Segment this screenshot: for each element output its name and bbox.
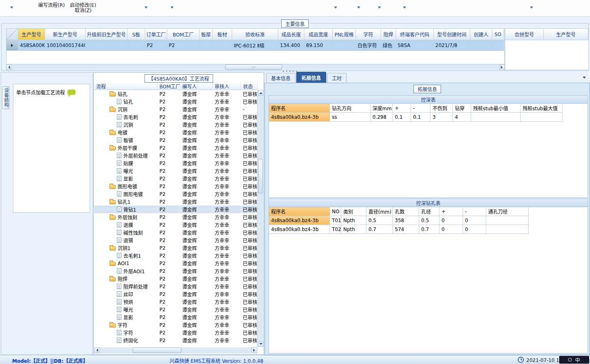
- process-vertical-scrollbar[interactable]: [257, 90, 263, 347]
- process-tree-row[interactable]: 显影 P2 谭金辉 方幸幸 已审核: [94, 175, 257, 182]
- process-tree-row[interactable]: 外层干膜 P2 谭金辉 方幸幸 已审核: [94, 144, 257, 152]
- process-tree-row[interactable]: 字符 P2 谭金辉 方幸幸 已审核: [94, 321, 257, 329]
- column-header[interactable]: -: [411, 104, 431, 113]
- column-header[interactable]: 残桩stub最大值: [521, 104, 562, 113]
- process-tree-row[interactable]: 去毛刺 P2 谭金辉 方幸幸 已审核: [94, 113, 257, 121]
- dropdown-caret-icon[interactable]: [170, 6, 174, 10]
- table-row[interactable]: 4s8sa00ka0.bz4-3b ss 0.298 0.1 0.1 3 4: [269, 113, 588, 122]
- column-header[interactable]: SO: [492, 29, 504, 40]
- column-header[interactable]: 阻焊: [381, 29, 396, 40]
- process-tree-row[interactable]: 阻焊前处理 P2 谭金辉 方幸幸 已审核: [94, 283, 257, 290]
- process-tree-row[interactable]: 钻孔1 P2 谭金辉 方幸幸 已审核: [94, 198, 257, 206]
- scroll-up-button[interactable]: [258, 90, 263, 96]
- column-header[interactable]: 深度mm: [370, 104, 393, 113]
- process-tree-row[interactable]: 钻孔 P2 谭金辉 方幸幸 已审核: [94, 90, 257, 98]
- main-info-data-row[interactable]: 4S8SA00KA0 10010400174405 P2 P2 IPC-6012…: [6, 40, 504, 51]
- column-header[interactable]: 钻孔方向: [330, 104, 370, 113]
- process-tree-row[interactable]: 字符 P2 谭金辉 方幸幸 已审核: [94, 329, 257, 336]
- process-tree-row[interactable]: 退膜 P2 谭金辉 方幸幸 已审核: [94, 221, 257, 229]
- column-header[interactable]: PNL规格: [333, 29, 356, 40]
- column-header[interactable]: 流程: [94, 83, 157, 90]
- scrollbar-thumb[interactable]: [258, 159, 263, 193]
- process-tree-row[interactable]: 图形电镀 P2 谭金辉 方幸幸 已审核: [94, 182, 257, 190]
- tab-basic-info[interactable]: 基本信息: [266, 73, 295, 83]
- column-header[interactable]: 板材: [213, 29, 232, 40]
- column-header[interactable]: 类别: [341, 207, 366, 216]
- column-header[interactable]: 板厚: [200, 29, 213, 40]
- process-tree-row[interactable]: 碱性蚀刻 P2 谭金辉 方幸幸 已审核: [94, 229, 257, 236]
- process-tree-row[interactable]: 电镀 P2 谭金辉 方幸幸 已审核: [94, 128, 257, 136]
- process-tree-row[interactable]: 外层前处理 P2 谭金辉 方幸幸 已审核: [94, 152, 257, 159]
- column-header[interactable]: 生产型号: [18, 29, 45, 40]
- scroll-right-button[interactable]: [252, 347, 257, 353]
- column-header[interactable]: 编写人: [180, 83, 213, 90]
- column-header[interactable]: 订单工厂: [145, 29, 167, 40]
- column-header[interactable]: 状态: [241, 83, 258, 90]
- row-selector-cell[interactable]: [6, 40, 18, 51]
- dropdown-caret-icon[interactable]: [357, 6, 360, 10]
- process-tree-row[interactable]: 预烘 P2 谭金辉 方幸幸 已审核: [94, 298, 257, 306]
- splitter-handle[interactable]: [283, 71, 297, 72]
- process-tree-row[interactable]: 显影 P2 谭金辉 方幸幸 已审核: [94, 313, 257, 321]
- column-header[interactable]: 直径(mm): [366, 207, 393, 216]
- process-tree-row[interactable]: 曝光 P2 谭金辉 方幸幸 已审核: [94, 306, 257, 313]
- column-header[interactable]: -: [463, 207, 486, 216]
- column-header[interactable]: 终端客户代码: [396, 29, 434, 40]
- column-header[interactable]: BOM工厂: [157, 83, 180, 90]
- column-header[interactable]: 合拼型号: [505, 29, 544, 40]
- ime-indicator[interactable]: 中: [559, 356, 589, 364]
- column-header[interactable]: 生产型号: [544, 29, 588, 40]
- column-header[interactable]: +: [439, 207, 463, 216]
- process-tree-row[interactable]: 板镀 P2 谭金辉 方幸幸 已审核: [94, 136, 257, 144]
- process-tree-row[interactable]: 阻焊 P2 谭金辉 方幸幸 已审核: [94, 275, 257, 283]
- process-tree-row[interactable]: 钻孔 P2 谭金辉 方幸幸 已审核: [94, 98, 257, 105]
- column-header[interactable]: 成品长度: [278, 29, 304, 40]
- column-header[interactable]: 审核人: [213, 83, 241, 90]
- process-tree-row[interactable]: 背钻1 P2 谭金辉 方幸幸 已审核: [94, 206, 257, 213]
- process-tree-row[interactable]: 丝印 P2 谭金辉 方幸幸 已审核: [94, 290, 257, 298]
- column-header[interactable]: 新生产型号: [45, 29, 86, 40]
- scrollbar-thumb[interactable]: [133, 347, 181, 353]
- process-tree-row[interactable]: 图形电镀 P2 谭金辉 方幸幸 已审核: [94, 190, 257, 198]
- dropdown-caret-icon[interactable]: [530, 6, 533, 10]
- tab-extended-info[interactable]: 拓展信息: [296, 72, 326, 83]
- column-header[interactable]: 创建人: [470, 29, 492, 40]
- scroll-right-button[interactable]: [499, 64, 505, 70]
- column-header[interactable]: 通孔刀径: [486, 207, 529, 216]
- dropdown-caret-icon[interactable]: [403, 6, 406, 10]
- column-header[interactable]: +: [393, 104, 411, 113]
- column-header[interactable]: 程序名: [269, 104, 330, 113]
- process-tree-row[interactable]: 曝光 P2 谭金辉 方幸幸 已审核: [94, 167, 257, 175]
- tab-work-hours[interactable]: 工时: [327, 73, 347, 83]
- column-header[interactable]: 程序名: [269, 207, 330, 216]
- dropdown-caret-icon[interactable]: [10, 6, 13, 10]
- scroll-left-button[interactable]: [94, 347, 100, 353]
- column-header[interactable]: 验收标准: [232, 29, 278, 40]
- column-header[interactable]: S板: [127, 29, 145, 40]
- column-header[interactable]: 型号创建时间: [434, 29, 470, 40]
- dropdown-caret-icon[interactable]: [334, 6, 337, 10]
- process-tree-row[interactable]: 外层AOI1 P2 谭金辉 方幸幸 已审核: [94, 267, 257, 275]
- cancel-button[interactable]: 取消(Z): [75, 6, 92, 13]
- column-header[interactable]: BOM工厂: [167, 29, 200, 40]
- main-info-horizontal-scrollbar[interactable]: [6, 64, 505, 70]
- scrollbar-thumb[interactable]: [225, 64, 282, 70]
- column-header[interactable]: NO: [330, 207, 341, 216]
- process-tree-row[interactable]: 外层蚀刻 P2 谭金辉 方幸幸 已审核: [94, 213, 257, 221]
- process-tree-row[interactable]: 终固化 P2 谭金辉 方幸幸 已审核: [94, 336, 257, 344]
- column-header[interactable]: 钻穿: [453, 104, 471, 113]
- edit-flow-button[interactable]: 编写流程(R): [38, 1, 65, 8]
- scroll-left-button[interactable]: [6, 64, 12, 70]
- process-tree-row[interactable]: 沉铜1 P2 谭金辉 方幸幸 已审核: [94, 244, 257, 252]
- column-header[interactable]: 孔径: [419, 207, 439, 216]
- process-horizontal-scrollbar[interactable]: [94, 347, 257, 353]
- column-header[interactable]: 残桩stub最小值: [471, 104, 521, 113]
- process-tree-row[interactable]: 去毛刺1 P2 谭金辉 方幸幸 已审核: [94, 252, 257, 259]
- tab-device-structure[interactable]: 设备结构: [2, 86, 9, 109]
- process-tree-row[interactable]: 退锡 P2 谭金辉 方幸幸 已审核: [94, 236, 257, 244]
- table-row[interactable]: 4s8sa00ka0.bz4-3b T02 Npth 0.7 574 0.7 0…: [269, 225, 588, 234]
- dropdown-caret-icon[interactable]: [144, 6, 148, 10]
- column-header[interactable]: 孔数: [393, 207, 419, 216]
- column-header[interactable]: 不伤到: [431, 104, 453, 113]
- process-tree-row[interactable]: 沉铜 P2 谭金辉 方幸幸 已审核: [94, 121, 257, 128]
